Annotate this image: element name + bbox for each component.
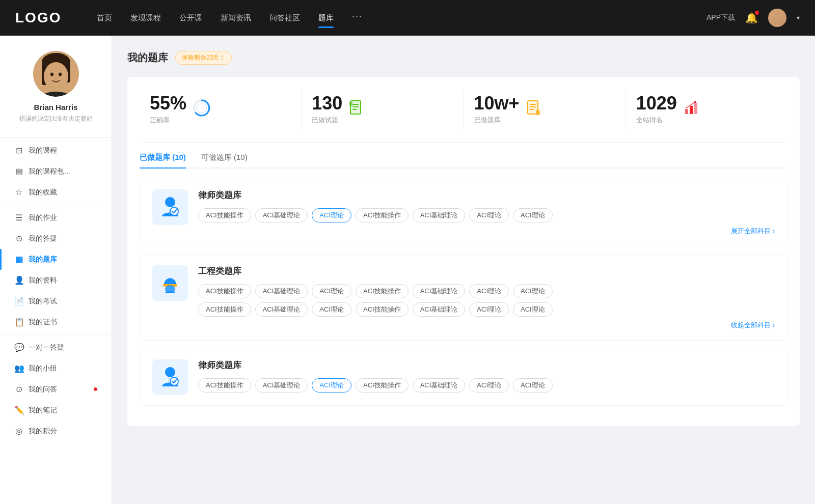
svg-point-5 [50,73,53,76]
sidebar-item-mypkg[interactable]: ▤ 我的课程包... [0,161,112,182]
navbar-right: APP下载 🔔 ▾ [707,9,800,27]
sidebar-item-mybank[interactable]: ▦ 我的题库 [0,249,112,270]
sidebar-item-mygroup[interactable]: 👥 我的小组 [0,358,112,379]
sidebar-item-mycourse[interactable]: ⊡ 我的课程 [0,140,112,161]
tag-eng-6[interactable]: ACI理论 [469,284,509,298]
mygroup-icon: 👥 [14,363,23,373]
app-download-button[interactable]: APP下载 [707,13,735,22]
stat-donetests-label: 已做试题 [312,116,342,125]
sidebar-item-homework[interactable]: ☰ 我的作业 [0,207,112,228]
tag-lawyer1-6[interactable]: ACI理论 [469,208,509,222]
tag-lawyer1-2[interactable]: ACI基础理论 [255,208,308,222]
tag-eng-2[interactable]: ACI基础理论 [255,284,308,298]
tab-available[interactable]: 可做题库 (10) [201,153,248,167]
tag-eng-9[interactable]: ACI基础理论 [255,302,308,317]
svg-rect-24 [690,106,693,114]
bank-body-lawyer1: 律师类题库 ACI技能操作 ACI基础理论 ACI理论 ACI技能操作 ACI基… [198,189,775,236]
tag-eng-8[interactable]: ACI技能操作 [198,302,251,317]
tag-lawyer2-7[interactable]: ACI理论 [513,378,553,393]
sidebar-label-favorites: 我的收藏 [29,188,97,197]
bank-tabs: 已做题库 (10) 可做题库 (10) [140,153,787,169]
svg-rect-25 [694,103,697,114]
mypoints-icon: ◎ [14,426,23,436]
avatar-face [33,51,79,97]
nav-news[interactable]: 新闻资讯 [221,11,251,25]
tag-eng-5[interactable]: ACI基础理论 [413,284,466,298]
mycert-icon: 📋 [14,317,23,327]
sidebar-item-myqa[interactable]: ⊙ 我的答疑 [0,228,112,249]
nav-more[interactable]: ··· [352,11,363,25]
avatar-dropdown-caret[interactable]: ▾ [797,14,800,21]
stat-accuracy-texts: 55% 正确率 [150,94,186,125]
tag-eng-14[interactable]: ACI理论 [513,302,553,317]
bank-icon-lawyer2 [152,359,188,395]
tag-lawyer2-3[interactable]: ACI理论 [312,378,351,393]
stat-ranking-value: 1029 [636,94,677,113]
sidebar-item-myanswer[interactable]: ⊙ 我的问答 [0,379,112,400]
avatar-image [768,9,786,27]
nav-qa[interactable]: 问答社区 [269,11,300,25]
tag-eng-11[interactable]: ACI技能操作 [356,302,409,317]
svg-point-31 [165,367,175,377]
svg-point-26 [694,101,696,103]
lawyer-icon-svg [158,195,182,219]
mybank-icon: ▦ [14,255,23,264]
avatar[interactable] [768,9,786,27]
tag-lawyer1-5[interactable]: ACI基础理论 [413,208,466,222]
tag-lawyer1-4[interactable]: ACI技能操作 [356,208,409,222]
tag-eng-10[interactable]: ACI理论 [312,302,351,317]
tag-lawyer2-5[interactable]: ACI基础理论 [413,378,466,393]
tag-lawyer1-1[interactable]: ACI技能操作 [198,208,251,222]
logo[interactable]: LOGO [15,10,66,26]
doc-yellow-icon [526,100,542,120]
bank-item-lawyer1: 律师类题库 ACI技能操作 ACI基础理论 ACI理论 ACI技能操作 ACI基… [140,179,787,246]
tag-lawyer2-2[interactable]: ACI基础理论 [255,378,308,393]
page-wrap: Brian Harris 错误的决定比没有决定要好 ⊡ 我的课程 ▤ 我的课程包… [0,36,815,504]
stat-ranking-texts: 1029 全站排名 [636,94,677,125]
notification-bell[interactable]: 🔔 [745,12,758,24]
tag-lawyer1-3[interactable]: ACI理论 [312,208,351,222]
nav-opencourse[interactable]: 公开课 [179,11,202,25]
nav-questionbank[interactable]: 题库 [318,11,334,25]
tag-eng-1[interactable]: ACI技能操作 [198,284,251,298]
tag-lawyer2-4[interactable]: ACI技能操作 [356,378,409,393]
mycourse-icon: ⊡ [14,146,23,155]
svg-point-6 [59,73,62,76]
sidebar-item-mycert[interactable]: 📋 我的证书 [0,312,112,332]
tag-lawyer1-7[interactable]: ACI理论 [513,208,553,222]
bank-item-lawyer2: 律师类题库 ACI技能操作 ACI基础理论 ACI理论 ACI技能操作 ACI基… [140,349,787,406]
stat-donetests-value: 130 [312,94,342,113]
tag-eng-12[interactable]: ACI基础理论 [413,302,466,317]
tag-lawyer2-6[interactable]: ACI理论 [469,378,509,393]
navbar: LOGO 首页 发现课程 公开课 新闻资讯 问答社区 题库 ··· APP下载 … [0,0,815,36]
stat-donebank-texts: 10w+ 已做题库 [474,94,520,125]
bank-footer-engineer: 收起全部科目 › [198,321,775,330]
tag-lawyer2-1[interactable]: ACI技能操作 [198,378,251,393]
sidebar-item-mypoints[interactable]: ◎ 我的积分 [0,421,112,441]
sidebar-item-mydata[interactable]: 👤 我的资料 [0,270,112,291]
bank-item-engineer: 工程类题库 ACI技能操作 ACI基础理论 ACI理论 ACI技能操作 ACI基… [140,255,787,341]
sidebar-divider-2 [0,334,112,335]
sidebar-item-mynotes[interactable]: ✏️ 我的笔记 [0,400,112,421]
sidebar-label-mypkg: 我的课程包... [29,167,97,176]
nav-home[interactable]: 首页 [97,11,112,25]
page-header: 我的题库 体验剩余23天！ [127,51,800,65]
tag-eng-4[interactable]: ACI技能操作 [356,284,409,298]
expand-lawyer1[interactable]: 展开全部科目 › [731,227,775,236]
page-title: 我的题库 [127,51,168,65]
tag-eng-7[interactable]: ACI理论 [513,284,553,298]
collapse-engineer[interactable]: 收起全部科目 › [731,321,775,330]
svg-rect-21 [530,109,534,110]
svg-rect-22 [536,110,540,115]
tab-done[interactable]: 已做题库 (10) [140,153,186,167]
nav-discover[interactable]: 发现课程 [130,11,161,25]
sidebar-item-myexam[interactable]: 📄 我的考试 [0,291,112,312]
sidebar-item-favorites[interactable]: ☆ 我的收藏 [0,182,112,203]
tag-eng-13[interactable]: ACI理论 [469,302,509,317]
sidebar-item-1on1[interactable]: 💬 一对一答疑 [0,337,112,358]
bank-body-lawyer2: 律师类题库 ACI技能操作 ACI基础理论 ACI理论 ACI技能操作 ACI基… [198,359,775,393]
sidebar-label-myanswer: 我的问答 [29,385,88,394]
tag-eng-3[interactable]: ACI理论 [312,284,351,298]
sidebar-label-mybank: 我的题库 [29,255,97,264]
avatar-svg [33,51,79,97]
